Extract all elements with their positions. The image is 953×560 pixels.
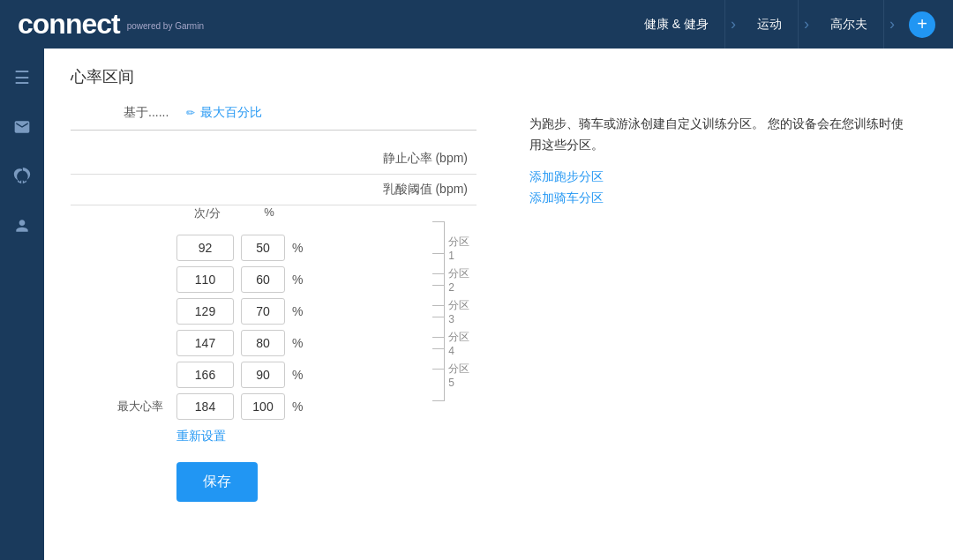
- pct-symbol-5: %: [292, 368, 303, 382]
- max-hr-pct-symbol: %: [292, 399, 303, 414]
- sidebar: ☰: [0, 49, 44, 560]
- sidebar-user-icon[interactable]: [6, 210, 38, 242]
- zone-bpm-input-1[interactable]: [176, 235, 234, 261]
- zone-row-1: % 分区 1: [71, 235, 476, 261]
- zone-name-5: 分区 5: [448, 362, 476, 389]
- reset-link[interactable]: 重新设置: [176, 429, 476, 444]
- zone-bpm-input-4[interactable]: [176, 330, 234, 356]
- max-hr-pct-input[interactable]: [241, 393, 285, 420]
- col-pct-header: %: [247, 205, 291, 221]
- nav-divider-3: ›: [884, 0, 900, 49]
- header-nav: 健康 & 健身 › 运动 › 高尔夫 › +: [628, 0, 935, 49]
- sidebar-menu-icon[interactable]: ☰: [6, 62, 38, 93]
- zone-pct-input-4[interactable]: [241, 330, 285, 356]
- add-cycling-link[interactable]: 添加骑车分区: [529, 190, 909, 206]
- header: connect powered by Garmin 健康 & 健身 › 运动 ›…: [0, 0, 953, 49]
- zone-row-5: % 分区 5: [71, 362, 476, 388]
- nav-item-golf[interactable]: 高尔夫: [814, 0, 884, 49]
- logo: connect powered by Garmin: [18, 8, 204, 41]
- max-hr-bpm-input[interactable]: [176, 393, 234, 420]
- pencil-icon: ✏: [186, 107, 195, 119]
- nav-item-health[interactable]: 健康 & 健身: [628, 0, 725, 49]
- logo-powered: powered by Garmin: [127, 21, 204, 31]
- max-hr-row: 最大心率 %: [71, 393, 476, 420]
- main-content: 心率区间 基于...... ✏ 最大百分比 静止心率 (bpm): [44, 49, 953, 560]
- zone-pct-input-3[interactable]: [241, 298, 285, 325]
- zone-row-4: % 分区 4: [71, 330, 476, 356]
- sidebar-inbox-icon[interactable]: [6, 111, 38, 143]
- zone-input-group-4: %: [176, 330, 303, 356]
- lactate-label: 乳酸阈值 (bpm): [383, 182, 468, 198]
- based-on-label: 基于......: [124, 105, 169, 121]
- zone-input-group-5: %: [176, 362, 303, 388]
- resting-hr-row: 静止心率 (bpm): [71, 144, 476, 175]
- zone-bpm-input-5[interactable]: [176, 362, 234, 388]
- zone-pct-input-5[interactable]: [241, 362, 285, 388]
- zone-input-group-1: %: [176, 235, 303, 261]
- nav-divider-2: ›: [799, 0, 814, 49]
- page-title: 心率区间: [71, 66, 927, 87]
- based-on-option[interactable]: ✏ 最大百分比: [186, 105, 262, 121]
- sidebar-activity-icon[interactable]: [6, 161, 38, 192]
- zone-pct-input-2[interactable]: [241, 266, 285, 293]
- add-running-link[interactable]: 添加跑步分区: [529, 169, 909, 185]
- zone-bpm-input-2[interactable]: [176, 266, 234, 293]
- lactate-row: 乳酸阈值 (bpm): [71, 175, 476, 205]
- form-section: 基于...... ✏ 最大百分比 静止心率 (bpm) 乳酸阈值 (bpm) 次: [71, 105, 927, 502]
- col-bpm-header: 次/分: [176, 205, 238, 221]
- zone-bpm-input-3[interactable]: [176, 298, 234, 325]
- max-hr-input-group: %: [176, 393, 303, 420]
- zone-row-2: % 分区 2: [71, 266, 476, 293]
- zones-header: 次/分 %: [71, 205, 476, 221]
- zones-container: % 分区 1 %: [71, 235, 476, 420]
- nav-item-sports[interactable]: 运动: [741, 0, 799, 49]
- pct-symbol-4: %: [292, 336, 303, 350]
- zone-row-3: % 分区 3: [71, 298, 476, 325]
- max-hr-label: 最大心率: [71, 399, 176, 414]
- resting-hr-label: 静止心率 (bpm): [383, 151, 468, 167]
- based-on-value: 最大百分比: [200, 105, 262, 121]
- zone-pct-input-1[interactable]: [241, 235, 285, 261]
- pct-symbol-3: %: [292, 304, 303, 318]
- nav-divider-1: ›: [725, 0, 741, 49]
- info-description: 为跑步、骑车或游泳创建自定义训练分区。 您的设备会在您训练时使用这些分区。: [529, 114, 909, 156]
- nav-plus-button[interactable]: +: [909, 11, 935, 38]
- save-button[interactable]: 保存: [176, 462, 258, 502]
- layout: ☰ 心率区间 基于...... ✏ 最大百分比: [0, 49, 953, 560]
- zone-input-group-3: %: [176, 298, 303, 325]
- right-info-panel: 为跑步、骑车或游泳创建自定义训练分区。 您的设备会在您训练时使用这些分区。 添加…: [512, 105, 927, 502]
- left-form: 基于...... ✏ 最大百分比 静止心率 (bpm) 乳酸阈值 (bpm) 次: [71, 105, 476, 502]
- logo-text: connect: [18, 8, 120, 41]
- based-on-row: 基于...... ✏ 最大百分比: [71, 105, 476, 131]
- zone-input-group-2: %: [176, 266, 303, 293]
- pct-symbol-1: %: [292, 241, 303, 255]
- pct-symbol-2: %: [292, 273, 303, 287]
